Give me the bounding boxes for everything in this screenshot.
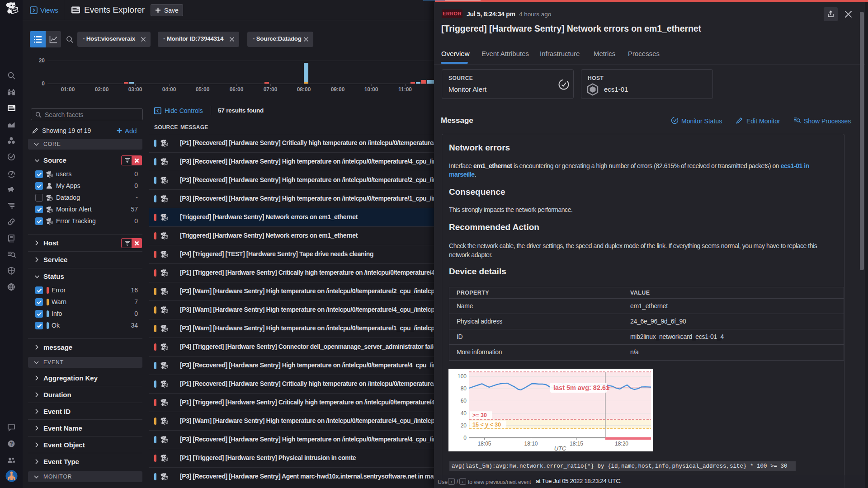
svg-text:100: 100 [458, 373, 467, 380]
svg-text:18:15: 18:15 [570, 441, 583, 447]
svg-text:40: 40 [461, 410, 467, 417]
svg-text:0: 0 [463, 435, 467, 441]
svg-text:?: ? [10, 441, 13, 446]
svg-text:>= 30: >= 30 [472, 412, 487, 418]
svg-text:80: 80 [461, 385, 467, 392]
svg-text:last 5m avg: 82.61: last 5m avg: 82.61 [553, 384, 609, 391]
svg-text:18:05: 18:05 [477, 441, 491, 447]
svg-text:15 < y < 30: 15 < y < 30 [472, 422, 501, 428]
svg-text:UTC: UTC [554, 445, 566, 451]
svg-text:18:10: 18:10 [524, 441, 538, 447]
svg-text:18:20: 18:20 [615, 441, 628, 447]
svg-text:20: 20 [461, 422, 467, 429]
svg-text:60: 60 [461, 398, 467, 404]
